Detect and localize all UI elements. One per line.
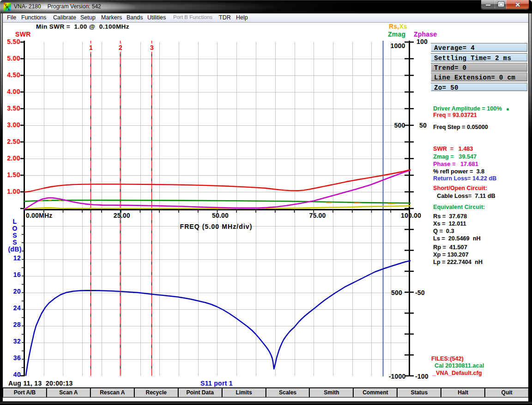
svg-text:Zmag: Zmag — [388, 31, 405, 38]
svg-text:12: 12 — [13, 254, 21, 262]
svg-text:O: O — [12, 225, 17, 232]
svg-text:3: 3 — [150, 44, 154, 51]
svg-text:1000: 1000 — [391, 42, 405, 49]
svg-text:-50: -50 — [415, 289, 425, 296]
svg-text:(dB): (dB) — [8, 245, 21, 253]
svg-text:-100: -100 — [415, 373, 429, 380]
svg-text:50.00: 50.00 — [212, 212, 229, 219]
svg-text:24: 24 — [13, 304, 21, 312]
svg-text:2: 2 — [119, 44, 122, 51]
svg-text:4.50: 4.50 — [7, 71, 20, 79]
svg-text:S11 port 1: S11 port 1 — [200, 380, 233, 387]
svg-text:Aug 11, 13 20:00:13: Aug 11, 13 20:00:13 — [8, 380, 73, 387]
svg-text:50: 50 — [419, 122, 427, 129]
svg-text:1: 1 — [89, 44, 93, 51]
svg-text:75.00: 75.00 — [309, 212, 326, 219]
svg-text:SWR: SWR — [15, 31, 31, 38]
svg-text:5.50: 5.50 — [7, 38, 20, 45]
svg-text:20: 20 — [13, 288, 21, 295]
svg-text:0.00MHz: 0.00MHz — [26, 212, 52, 219]
svg-text:28: 28 — [13, 321, 21, 328]
svg-text:L: L — [13, 218, 17, 225]
svg-text:3.00: 3.00 — [7, 121, 20, 129]
svg-text:500: 500 — [394, 122, 405, 129]
svg-text:36: 36 — [13, 354, 21, 362]
svg-text:5.00: 5.00 — [7, 55, 20, 62]
svg-text:Zphase: Zphase — [414, 31, 437, 38]
svg-text:4.00: 4.00 — [7, 88, 20, 95]
svg-text:500: 500 — [391, 289, 402, 296]
svg-text:-1000: -1000 — [389, 373, 406, 380]
svg-text:40: 40 — [13, 371, 21, 378]
svg-text:Rs,Xs: Rs,Xs — [389, 23, 407, 30]
svg-text:100.00: 100.00 — [401, 212, 421, 219]
svg-text:16: 16 — [13, 271, 21, 278]
svg-text:25.00: 25.00 — [114, 212, 130, 219]
svg-text:3.50: 3.50 — [7, 104, 20, 112]
svg-text:1.50: 1.50 — [7, 171, 20, 178]
svg-text:32: 32 — [13, 338, 21, 345]
svg-text:S: S — [12, 239, 17, 246]
svg-text:S: S — [12, 232, 17, 239]
svg-text:2.50: 2.50 — [7, 138, 20, 145]
svg-text:1.00: 1.00 — [7, 188, 20, 195]
svg-text:FREQ (5.00 MHz/div): FREQ (5.00 MHz/div) — [180, 223, 252, 230]
svg-text:100: 100 — [417, 38, 428, 45]
svg-text:2.00: 2.00 — [7, 154, 20, 162]
